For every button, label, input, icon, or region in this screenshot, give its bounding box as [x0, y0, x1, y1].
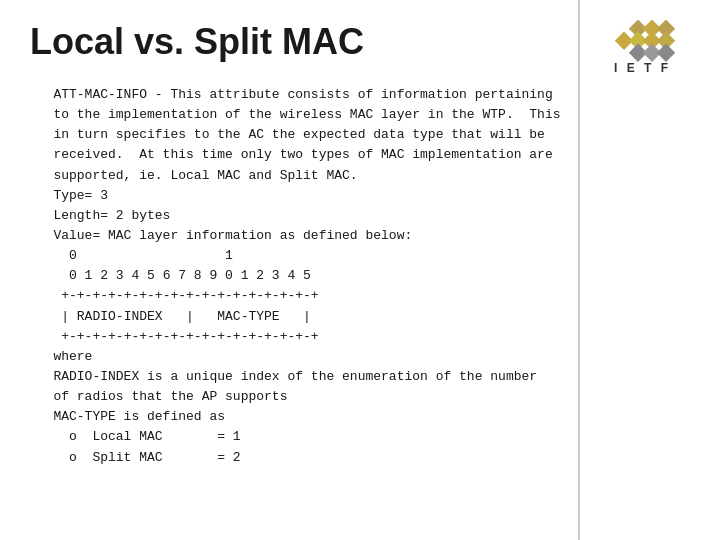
content-area: ATT-MAC-INFO - This attribute consists o… [30, 85, 690, 468]
divider-line [578, 0, 580, 540]
logo-graphic: I E T F [610, 20, 690, 75]
header: Local vs. Split MAC I E T F [30, 20, 690, 75]
content-text: ATT-MAC-INFO - This attribute consists o… [30, 85, 690, 468]
svg-rect-9 [657, 44, 675, 62]
page-container: Local vs. Split MAC I E T F [0, 0, 720, 540]
ietf-logo: I E T F [610, 20, 690, 75]
svg-text:I E T F: I E T F [614, 61, 671, 75]
page-title: Local vs. Split MAC [30, 20, 364, 63]
